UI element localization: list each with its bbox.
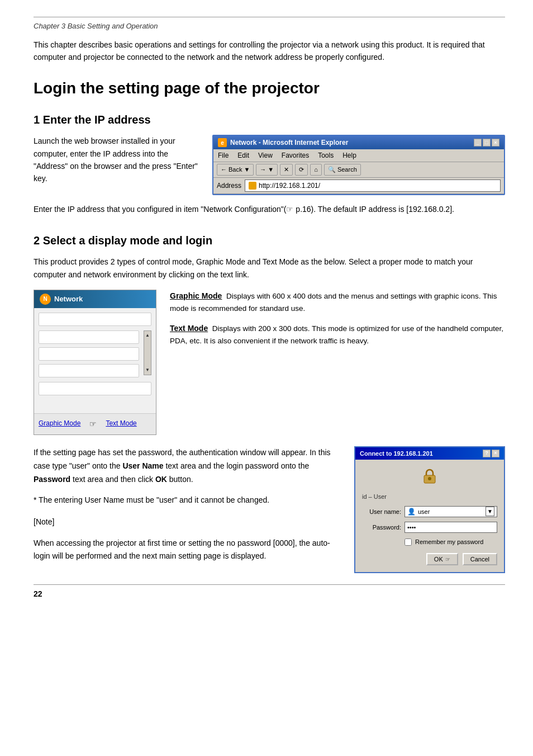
asterisk-note: * The entering User Name must be "user" … [34, 494, 343, 506]
network-header: N Network [34, 290, 156, 308]
bottom-text: If the setting page has set the password… [34, 446, 343, 571]
browser-titlebar: e Network - Microsoft Internet Explorer … [213, 136, 504, 149]
dialog-id-label: id – User [362, 492, 497, 502]
refresh-icon: ⟳ [299, 165, 304, 174]
forward-arrow-icon: → [260, 165, 266, 174]
main-section-title: Login the setting page of the projector [34, 77, 505, 100]
browser-screenshot: e Network - Microsoft Internet Explorer … [212, 135, 505, 195]
user-name-bold: User Name [122, 461, 163, 470]
ok-button[interactable]: OK ☞ [426, 553, 458, 565]
graphic-mode-link[interactable]: Graphic Mode [39, 418, 80, 430]
search-button[interactable]: 🔍 Search [324, 164, 361, 176]
remember-checkbox[interactable] [404, 538, 412, 546]
browser-close-btn[interactable]: × [492, 139, 499, 147]
menu-file[interactable]: File [218, 150, 229, 160]
network-footer: Graphic Mode ☞ Text Mode [34, 413, 156, 434]
step2-title: 2 Select a display mode and login [34, 232, 505, 249]
dialog-buttons: OK ☞ Cancel [362, 553, 497, 565]
ok-label: OK [434, 556, 443, 563]
refresh-button[interactable]: ⟳ [295, 164, 308, 176]
login-dialog: Connect to 192.168.1.201 ? × id – [354, 446, 505, 574]
text-mode-item: Text Mode Displays with 200 x 300 dots. … [170, 322, 505, 347]
stop-icon: ✕ [284, 165, 289, 174]
stop-button[interactable]: ✕ [280, 164, 293, 176]
forward-button[interactable]: → ▼ [256, 164, 278, 176]
search-label: Search [337, 165, 357, 174]
scroll-up-icon: ▲ [145, 332, 150, 339]
menu-edit[interactable]: Edit [237, 150, 249, 160]
username-label: User name: [362, 507, 401, 517]
step2-number: 2 [34, 234, 40, 247]
user-icon: 👤 [407, 507, 416, 517]
step2-content: N Network ▲ ▼ [34, 290, 505, 435]
home-button[interactable]: ⌂ [310, 164, 322, 176]
cancel-button[interactable]: Cancel [463, 553, 497, 565]
step1-number: 1 [34, 114, 40, 126]
text-mode-link[interactable]: Text Mode [106, 418, 136, 430]
step1-description: Launch the web browser installed in your… [34, 135, 201, 195]
step1-title-text: Enter the IP address [43, 114, 151, 126]
dialog-body: id – User User name: 👤 user ▼ Password: … [355, 460, 504, 572]
home-icon: ⌂ [314, 165, 318, 174]
network-label: Network [54, 294, 83, 305]
ie-icon: e [218, 138, 227, 147]
browser-toolbar: ← Back ▼ → ▼ ✕ ⟳ ⌂ [213, 162, 504, 178]
browser-menubar: File Edit View Favorites Tools Help [213, 149, 504, 162]
network-row-4 [39, 364, 139, 377]
remember-row: Remember my password [362, 537, 497, 547]
page-icon [249, 182, 256, 190]
address-bar: Address http://192.168.1.201/ [213, 178, 504, 194]
dialog-title-buttons: ? × [483, 450, 499, 457]
username-input[interactable]: 👤 user ▼ [404, 506, 497, 517]
address-label: Address [217, 181, 241, 191]
forward-dropdown-icon: ▼ [268, 165, 274, 174]
step2-title-text: Select a display mode and login [43, 234, 212, 247]
username-dropdown-icon[interactable]: ▼ [486, 507, 494, 516]
search-icon: 🔍 [328, 165, 336, 174]
ok-bold: OK [155, 475, 167, 484]
mode-descriptions: Graphic Mode Displays with 600 x 400 dot… [170, 290, 505, 435]
remember-label: Remember my password [415, 537, 483, 547]
password-bold: Password [34, 475, 70, 484]
dialog-help-btn[interactable]: ? [483, 450, 491, 457]
step2-description: This product provides 2 types of control… [34, 256, 505, 281]
password-value: •••• [407, 523, 416, 532]
step-1-section: 1 Enter the IP address Launch the web br… [34, 111, 505, 215]
graphic-mode-label[interactable]: Graphic Mode [170, 291, 222, 300]
scrollbar[interactable]: ▲ ▼ [144, 330, 151, 375]
address-field[interactable]: http://192.168.1.201/ [245, 179, 501, 192]
lock-icon [420, 466, 440, 486]
step1-title: 1 Enter the IP address [34, 111, 505, 128]
page-number: 22 [34, 584, 505, 600]
network-logo-icon: N [40, 294, 51, 305]
back-label: Back [229, 165, 242, 174]
menu-help[interactable]: Help [342, 150, 356, 160]
browser-title: Network - Microsoft Internet Explorer [230, 138, 348, 148]
intro-text: This chapter describes basic operations … [34, 39, 505, 64]
maximize-btn[interactable]: □ [483, 139, 491, 147]
cursor-graphic-icon: ☞ [89, 418, 97, 430]
password-paragraph: If the setting page has set the password… [34, 446, 343, 486]
network-row-1 [39, 313, 151, 326]
menu-tools[interactable]: Tools [318, 150, 334, 160]
network-row-3 [39, 347, 139, 361]
menu-favorites[interactable]: Favorites [282, 150, 309, 160]
graphic-mode-item: Graphic Mode Displays with 600 x 400 dot… [170, 290, 505, 314]
step1-note: Enter the IP address that you configured… [34, 203, 505, 215]
password-row: Password: •••• [362, 522, 497, 533]
network-screenshot: N Network ▲ ▼ [34, 290, 156, 435]
bottom-section: If the setting page has set the password… [34, 446, 505, 574]
url-text: http://192.168.1.201/ [259, 181, 320, 191]
back-arrow-icon: ← [221, 165, 227, 174]
note-text: When accessing the projector at first ti… [34, 537, 343, 562]
minimize-btn[interactable]: _ [474, 139, 482, 147]
text-mode-label[interactable]: Text Mode [170, 324, 208, 333]
network-row-2 [39, 330, 139, 344]
dialog-close-btn[interactable]: × [492, 450, 499, 457]
network-body: ▲ ▼ [34, 308, 156, 413]
back-button[interactable]: ← Back ▼ [217, 164, 254, 176]
menu-view[interactable]: View [258, 150, 273, 160]
password-input[interactable]: •••• [404, 522, 497, 533]
dialog-titlebar: Connect to 192.168.1.201 ? × [355, 447, 504, 460]
dialog-title: Connect to 192.168.1.201 [360, 449, 433, 459]
